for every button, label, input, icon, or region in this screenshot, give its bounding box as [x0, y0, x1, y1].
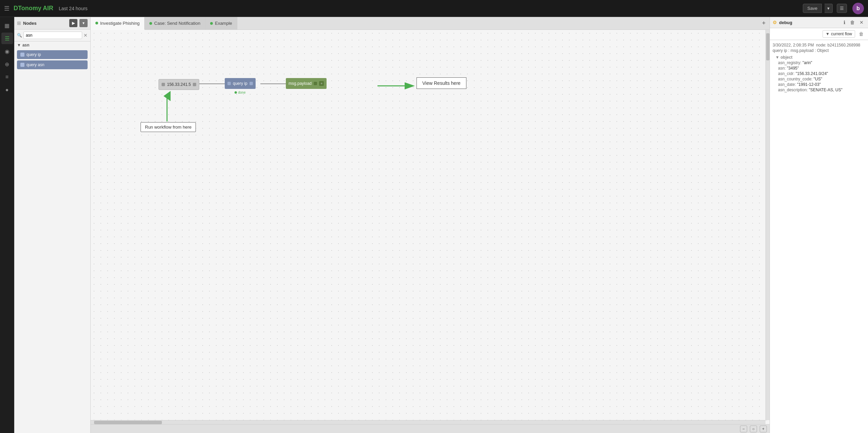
- query-asn-node[interactable]: query asn: [17, 60, 88, 69]
- tab-label: Case: Send Notification: [154, 21, 200, 26]
- scrollbar-thumb-x[interactable]: [94, 421, 162, 424]
- node-label: query asn: [26, 62, 44, 67]
- wf-process-node[interactable]: query ip done: [225, 78, 256, 89]
- nodes-run-button[interactable]: ▶: [69, 19, 77, 27]
- process-port-left: [227, 82, 231, 85]
- debug-tree-row-1: asn: "3495": [778, 66, 865, 71]
- zoom-in-button[interactable]: +: [760, 426, 767, 432]
- nodes-panel: ⊞ Nodes ▶ ▾ 🔍 ✕ ▼ asn query ip query asn: [14, 17, 91, 433]
- input-port-left: [162, 83, 165, 86]
- filter-current-flow-button[interactable]: ▼ current flow: [823, 30, 855, 38]
- debug-tree-row-2: asn_cidr: "156.33.241.0/24": [778, 71, 865, 76]
- time-range: Last 24 hours: [59, 6, 88, 11]
- sidebar-item-plus[interactable]: ⊕: [1, 58, 13, 70]
- run-workflow-annotation: Run workflow from here: [141, 122, 196, 132]
- tab-dot: [149, 22, 152, 25]
- search-icon: 🔍: [17, 33, 22, 38]
- sidebar-item-circle[interactable]: ◉: [1, 45, 13, 57]
- process-port-right: [250, 82, 253, 85]
- done-label: done: [238, 91, 245, 94]
- filter-clear-button[interactable]: 🗑: [857, 31, 865, 37]
- process-node-label: query ip: [233, 81, 247, 86]
- debug-close-button[interactable]: ✕: [858, 19, 865, 26]
- nodes-search-clear-button[interactable]: ✕: [84, 33, 88, 38]
- tabs-area: Investigate Phishing Case: Send Notifica…: [91, 17, 770, 433]
- nodes-search-bar: 🔍 ✕: [14, 30, 90, 41]
- debug-tree-row-3: asn_country_code: "US": [778, 77, 865, 81]
- topbar-hamburger-button[interactable]: ☰: [837, 4, 847, 13]
- debug-icon: ⚙: [773, 20, 777, 25]
- connection-line-1: [199, 84, 226, 84]
- canvas[interactable]: 156.33.241.5 query ip done: [91, 30, 770, 424]
- tab-dot: [95, 22, 98, 24]
- app-title: DTonomy AIR: [14, 5, 53, 12]
- scrollbar-thumb-y[interactable]: [766, 33, 770, 60]
- nodes-items: query ip query asn: [14, 49, 90, 71]
- nodes-category-asn[interactable]: ▼ asn: [14, 41, 90, 49]
- run-workflow-text: Run workflow from here: [145, 125, 191, 130]
- save-dropdown-button[interactable]: ▾: [825, 4, 833, 13]
- output-port: [314, 82, 317, 85]
- sidebar-item-dashboard[interactable]: ▦: [1, 20, 13, 31]
- debug-query-line: query ip : msg.payload : Object: [773, 48, 865, 53]
- output-menu-icon: ≡: [319, 81, 324, 86]
- tab-add-button[interactable]: +: [758, 20, 770, 27]
- view-results-text: View Results here: [422, 80, 461, 86]
- nodes-menu-button[interactable]: ▾: [79, 19, 88, 27]
- wf-input-node[interactable]: 156.33.241.5: [159, 79, 199, 90]
- zoom-reset-button[interactable]: ○: [750, 426, 757, 432]
- view-results-arrow: [376, 82, 413, 89]
- node-port-left: [20, 53, 24, 57]
- canvas-scrollbar-y[interactable]: [765, 30, 770, 420]
- tab-case-send-notification[interactable]: Case: Send Notification: [145, 17, 205, 30]
- wf-output-node[interactable]: msg.payload ≡: [286, 78, 327, 89]
- tab-label: Investigate Phishing: [100, 21, 140, 26]
- debug-tree-root: ▼ object asn_registry: "arin" asn: "3495…: [773, 55, 865, 92]
- tab-dot: [210, 22, 213, 25]
- nodes-search-input[interactable]: [23, 32, 82, 39]
- tab-label: Example: [215, 21, 232, 26]
- debug-tree-row-0: asn_registry: "arin": [778, 60, 865, 65]
- debug-content: 3/30/2022, 2:08:35 PM node: b2411560.268…: [770, 40, 868, 433]
- tab-investigate-phishing[interactable]: Investigate Phishing: [91, 17, 145, 30]
- debug-filter-bar: ▼ current flow 🗑: [770, 28, 868, 40]
- connection-line-2: [260, 84, 288, 84]
- zoom-out-button[interactable]: −: [740, 426, 747, 432]
- avatar[interactable]: b: [852, 3, 864, 14]
- topbar-right: Save ▾ ☰ b: [803, 3, 864, 14]
- debug-panel: ⚙ debug ℹ 🗑 ✕ ▼ current flow 🗑 3/30/2022…: [770, 17, 868, 433]
- icon-sidebar: ▦ ☰ ◉ ⊕ ≡ ●: [0, 17, 14, 433]
- debug-timestamp: 3/30/2022, 2:08:35 PM node: b2411560.268…: [773, 43, 865, 48]
- input-port-right: [193, 83, 196, 86]
- debug-panel-header: ⚙ debug ℹ 🗑 ✕: [770, 17, 868, 28]
- debug-object-collapse[interactable]: ▼ object: [774, 55, 865, 60]
- tab-example[interactable]: Example: [205, 17, 237, 30]
- menu-icon[interactable]: ☰: [4, 5, 10, 12]
- filter-label: current flow: [831, 32, 852, 36]
- debug-tree: asn_registry: "arin" asn: "3495" asn_cid…: [774, 60, 865, 92]
- debug-node-id: node: b2411560.268998: [816, 43, 860, 48]
- view-results-annotation: View Results here: [417, 77, 466, 89]
- query-ip-node[interactable]: query ip: [17, 50, 88, 59]
- main-layout: ▦ ☰ ◉ ⊕ ≡ ● ⊞ Nodes ▶ ▾ 🔍 ✕ ▼ asn query …: [0, 17, 868, 433]
- sidebar-item-list[interactable]: ☰: [1, 33, 13, 44]
- sidebar-item-dot[interactable]: ●: [1, 84, 13, 96]
- filter-icon: ▼: [826, 32, 830, 36]
- debug-panel-actions: ℹ 🗑 ✕: [842, 19, 865, 26]
- output-node-label: msg.payload: [289, 81, 312, 86]
- save-button[interactable]: Save: [803, 4, 822, 13]
- sidebar-item-lines[interactable]: ≡: [1, 71, 13, 83]
- debug-info-button[interactable]: ℹ: [842, 19, 847, 26]
- category-label: asn: [22, 43, 30, 48]
- canvas-scrollbar-x[interactable]: [91, 420, 765, 424]
- nodes-panel-header: ⊞ Nodes ▶ ▾: [14, 17, 90, 30]
- debug-clear-button[interactable]: 🗑: [848, 19, 856, 26]
- done-dot: [235, 91, 237, 94]
- nodes-icon: ⊞: [17, 20, 21, 26]
- node-port-left: [20, 63, 24, 67]
- tabs-bar: Investigate Phishing Case: Send Notifica…: [91, 17, 770, 30]
- run-workflow-arrow: [162, 93, 172, 123]
- category-collapse-icon: ▼: [17, 43, 21, 48]
- input-node-label: 156.33.241.5: [167, 82, 191, 87]
- node-label: query ip: [26, 52, 41, 57]
